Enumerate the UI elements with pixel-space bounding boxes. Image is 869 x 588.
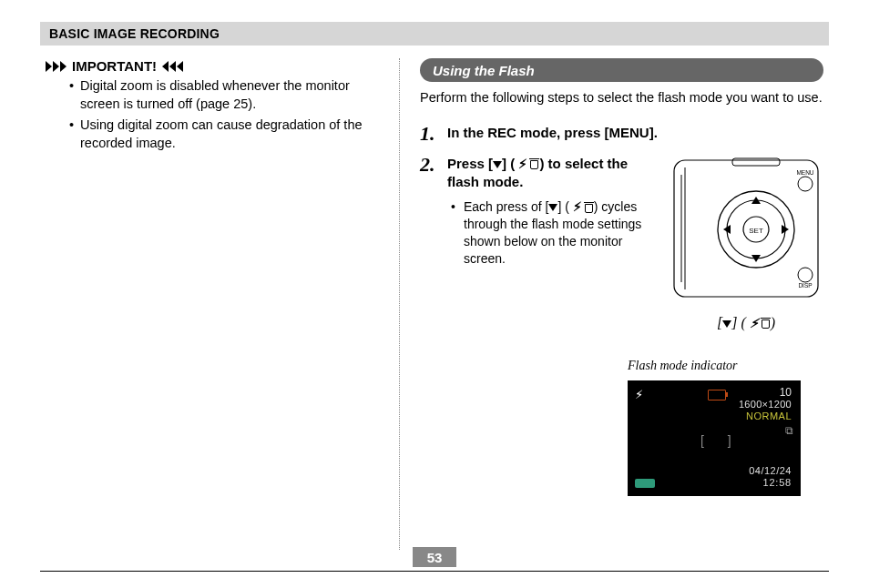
step-1: 1. In the REC mode, press [MENU]. <box>420 124 823 144</box>
important-heading: IMPORTANT! <box>46 58 379 74</box>
bullet-item: Digital zoom is disabled whenever the mo… <box>69 77 379 113</box>
footer-rule <box>40 571 829 572</box>
step-1-text: In the REC mode, press [MENU]. <box>447 124 658 142</box>
flash-bolt-icon: ⚡︎ <box>518 156 527 173</box>
shots-remaining: 10 <box>780 386 792 399</box>
intro-text: Perform the following steps to select th… <box>420 89 823 107</box>
date-value: 04/12/24 <box>749 465 792 476</box>
subsection-title: Using the Flash <box>433 63 535 78</box>
camera-diagram-svg: SET MENU DISP <box>669 155 823 309</box>
bullet-item: Using digital zoom can cause degradation… <box>69 117 379 152</box>
status-bar-icon <box>635 479 655 488</box>
subsection-title-pill: Using the Flash <box>420 58 823 82</box>
step-2-row: 2. Press [] ( ⚡︎ ) to select the flash m… <box>420 155 823 331</box>
resolution-value: 1600×1200 <box>739 399 792 410</box>
flash-indicator-caption: Flash mode indicator <box>628 359 823 373</box>
step-number: 1. <box>420 124 440 144</box>
quality-value: NORMAL <box>746 411 792 421</box>
down-arrow-icon <box>493 161 502 168</box>
two-column-layout: IMPORTANT! Digital zoom is disabled when… <box>40 58 829 550</box>
memory-card-icon: ⧉ <box>785 424 793 437</box>
battery-icon <box>708 390 726 400</box>
step-2-text: Press [] ( ⚡︎ ) to select the flash mode… <box>447 155 656 268</box>
page-footer: 53 <box>40 547 829 572</box>
disp-label: DISP <box>798 282 812 289</box>
right-column: Using the Flash Perform the following st… <box>400 58 829 550</box>
page-number: 53 <box>413 547 456 567</box>
trash-icon <box>584 202 594 213</box>
menu-label: MENU <box>796 169 813 176</box>
section-header-title: BASIC IMAGE RECORDING <box>49 26 220 41</box>
flash-bolt-icon: ⚡︎ <box>573 198 582 216</box>
triangle-left-cluster-icon <box>162 61 183 72</box>
step-2: 2. Press [] ( ⚡︎ ) to select the flash m… <box>420 155 656 268</box>
camera-diagram-block: SET MENU DISP <box>669 155 823 331</box>
svg-rect-0 <box>674 160 818 297</box>
svg-point-6 <box>798 177 813 191</box>
focus-brackets-icon: [ ] <box>700 433 737 448</box>
flash-bolt-icon: ⚡︎ <box>750 316 759 331</box>
left-column: IMPORTANT! Digital zoom is disabled when… <box>40 58 400 550</box>
trash-icon <box>529 158 539 169</box>
camera-diagram-caption: [] ( ⚡︎ ) <box>669 315 823 331</box>
time-value: 12:58 <box>762 477 792 488</box>
triangle-right-cluster-icon <box>46 61 66 72</box>
svg-point-7 <box>798 268 813 282</box>
set-label: SET <box>749 227 763 235</box>
trash-icon <box>761 318 771 329</box>
down-arrow-icon <box>548 204 557 211</box>
monitor-screenshot: ⚡︎ 10 1600×1200 NORMAL ⧉ [ ] 04/12/24 12… <box>628 380 801 496</box>
camera-diagram: SET MENU DISP <box>669 155 823 309</box>
important-label: IMPORTANT! <box>72 58 157 74</box>
svg-rect-8 <box>732 158 780 166</box>
manual-page: BASIC IMAGE RECORDING IMPORTANT! Digital… <box>0 0 869 588</box>
down-arrow-icon <box>722 320 731 328</box>
important-bullet-list: Digital zoom is disabled whenever the mo… <box>46 77 379 152</box>
step-number: 2. <box>420 155 440 175</box>
step-2-subnote: Each press of [] ( ⚡︎ ) cycles through t… <box>447 198 656 268</box>
flash-bolt-icon: ⚡︎ <box>635 388 643 401</box>
section-header-bar: BASIC IMAGE RECORDING <box>40 22 829 46</box>
